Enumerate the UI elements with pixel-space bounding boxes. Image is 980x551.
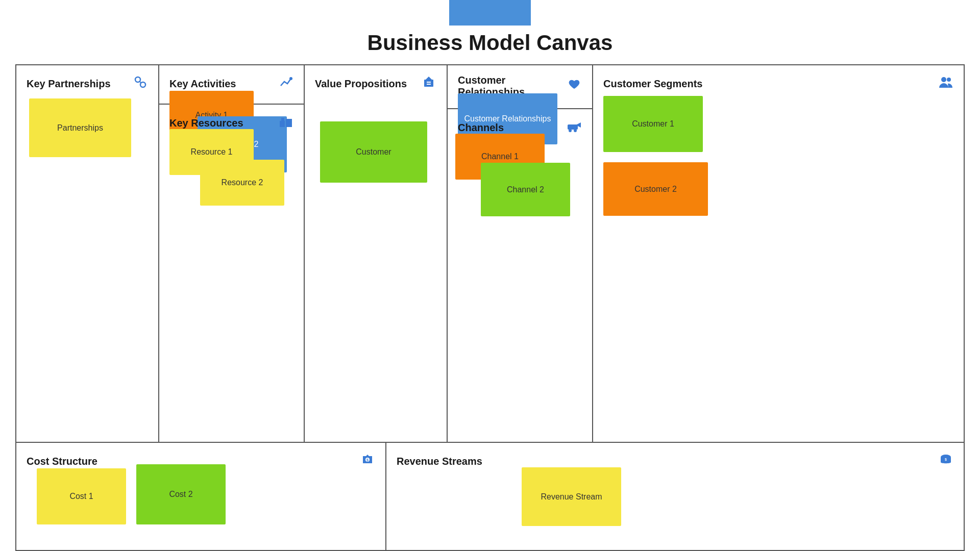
partnerships-note-1: Partnerships (29, 98, 131, 157)
cell-value: Value Propositions Customer (305, 65, 448, 442)
channel-note-2: Channel 2 (481, 163, 570, 216)
bottom-section: Cost Structure $ Cost 1 Cost 2 Revenue S (16, 443, 964, 550)
revenue-icon: $ (938, 452, 953, 471)
cell-cost: Cost Structure $ Cost 1 Cost 2 (16, 443, 386, 550)
sub-activities: Key Activities Activity 1 Activity 2 (159, 65, 304, 105)
svg-text:$: $ (945, 458, 947, 462)
top-section: Key Partnerships Partnerships Key Activi… (16, 65, 964, 443)
cell-partnerships: Key Partnerships Partnerships (16, 65, 159, 442)
svg-rect-4 (280, 121, 285, 127)
cell-cr-channels: Customer Relationships Customer Relation… (448, 65, 593, 442)
value-icon (421, 74, 436, 93)
revenue-note-1: Revenue Stream (522, 467, 621, 526)
revenue-header: Revenue Streams $ (397, 452, 953, 471)
svg-point-13 (574, 129, 577, 132)
activities-icon (278, 74, 293, 93)
svg-rect-6 (281, 118, 284, 121)
segment-note-1: Customer 1 (603, 96, 703, 152)
resources-label: Key Resources (169, 117, 243, 129)
canvas: Key Partnerships Partnerships Key Activi… (15, 64, 965, 551)
cost-icon: $ (360, 452, 375, 471)
svg-rect-5 (286, 119, 292, 127)
svg-rect-10 (427, 84, 431, 85)
segment-note-2: Customer 2 (603, 162, 708, 216)
cost-label: Cost Structure (27, 456, 97, 467)
cr-icon (567, 77, 582, 96)
cell-segments: Customer Segments Customer 1 Customer 2 (593, 65, 964, 442)
resources-icon (278, 114, 293, 133)
svg-point-15 (941, 77, 946, 82)
svg-rect-7 (424, 80, 433, 87)
svg-point-12 (569, 129, 572, 132)
svg-rect-9 (427, 82, 431, 83)
value-note-1: Customer (320, 121, 427, 183)
sub-cr: Customer Relationships Customer Relation… (448, 65, 592, 109)
svg-marker-8 (426, 77, 432, 80)
segments-header: Customer Segments (603, 74, 953, 93)
activities-label: Key Activities (169, 78, 236, 90)
resource-note-2: Resource 2 (200, 160, 284, 206)
sub-resources: Key Resources Resource 1 Resource 2 (159, 105, 304, 143)
cost-note-1: Cost 1 (37, 468, 126, 524)
svg-line-2 (140, 82, 141, 83)
revenue-label: Revenue Streams (397, 456, 482, 467)
svg-rect-11 (568, 124, 578, 130)
cell-activities-resources: Key Activities Activity 1 Activity 2 (159, 65, 305, 442)
sub-channels: Channels Channel 1 Channel 2 (448, 109, 592, 147)
channels-label: Channels (458, 122, 504, 134)
partnerships-label: Key Partnerships (27, 78, 111, 90)
value-label: Value Propositions (315, 78, 407, 90)
partnerships-icon (133, 74, 148, 93)
cost-note-2: Cost 2 (136, 464, 226, 524)
top-bar (449, 0, 531, 26)
page-title: Business Model Canvas (368, 31, 613, 55)
segments-label: Customer Segments (603, 78, 703, 90)
segments-icon (938, 74, 953, 93)
channels-icon (567, 118, 582, 137)
svg-text:$: $ (366, 458, 369, 462)
svg-point-3 (289, 77, 292, 80)
cell-revenue: Revenue Streams $ Revenue Stream (386, 443, 964, 550)
value-header: Value Propositions (315, 74, 436, 93)
partnerships-header: Key Partnerships (27, 74, 148, 93)
svg-point-16 (947, 78, 951, 82)
